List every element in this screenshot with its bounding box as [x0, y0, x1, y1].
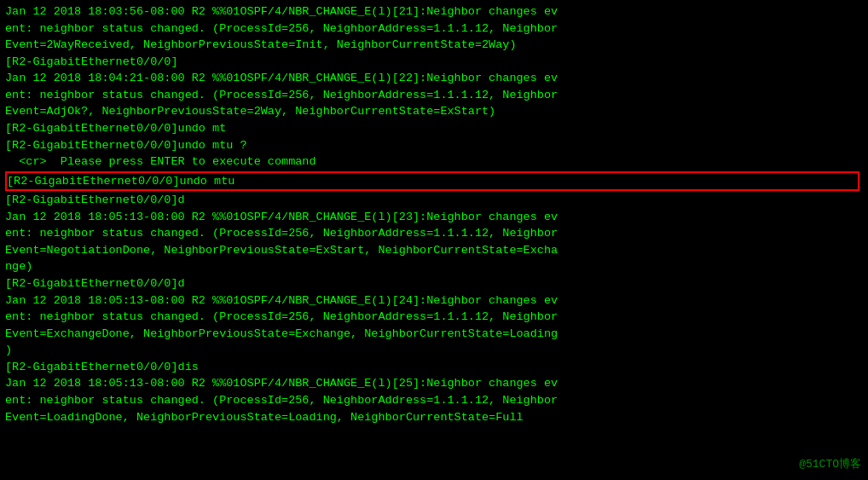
terminal-line: ent: neighbor status changed. (ProcessId… — [5, 20, 863, 38]
terminal-line: ent: neighbor status changed. (ProcessId… — [5, 309, 863, 326]
terminal-line: ) — [5, 342, 863, 359]
terminal-line: Jan 12 2018 18:05:13-08:00 R2 %%01OSPF/4… — [5, 209, 863, 226]
terminal-line: ent: neighbor status changed. (ProcessId… — [5, 225, 863, 242]
terminal-line: [R2-GigabitEthernet0/0/0]d — [5, 192, 863, 209]
terminal-line: Jan 12 2018 18:04:21-08:00 R2 %%01OSPF/4… — [5, 70, 863, 87]
terminal-content: Jan 12 2018 18:03:56-08:00 R2 %%01OSPF/4… — [5, 3, 863, 425]
highlighted-line: [R2-GigabitEthernet0/0/0]undo mtu — [5, 171, 859, 192]
terminal-line: ent: neighbor status changed. (ProcessId… — [5, 392, 863, 409]
terminal-line: Jan 12 2018 18:05:13-08:00 R2 %%01OSPF/4… — [5, 292, 863, 309]
terminal-line: <cr> Please press ENTER to execute comma… — [5, 153, 863, 171]
terminal-line: [R2-GigabitEthernet0/0/0]undo mt — [5, 120, 863, 137]
terminal-line: [R2-GigabitEthernet0/0/0] — [5, 54, 863, 71]
terminal-line: Event=ExchangeDone, NeighborPreviousStat… — [5, 326, 863, 343]
terminal-line: ent: neighbor status changed. (ProcessId… — [5, 87, 863, 104]
terminal-line: nge) — [5, 258, 863, 275]
terminal-line: Event=NegotiationDone, NeighborPreviousS… — [5, 242, 863, 259]
terminal-line: [R2-GigabitEthernet0/0/0]undo mtu ? — [5, 137, 863, 154]
terminal-line: Event=AdjOk?, NeighborPreviousState=2Way… — [5, 103, 863, 120]
terminal-line: Event=LoadingDone, NeighborPreviousState… — [5, 409, 863, 426]
terminal-line: Jan 12 2018 18:05:13-08:00 R2 %%01OSPF/4… — [5, 375, 863, 392]
watermark: @51CTO博客 — [799, 457, 861, 473]
terminal-line: [R2-GigabitEthernet0/0/0]dis — [5, 359, 863, 376]
terminal-line: Jan 12 2018 18:03:56-08:00 R2 %%01OSPF/4… — [5, 3, 863, 20]
terminal-line: [R2-GigabitEthernet0/0/0]d — [5, 275, 863, 292]
terminal-line: Event=2WayReceived, NeighborPreviousStat… — [5, 37, 863, 54]
terminal: Jan 12 2018 18:03:56-08:00 R2 %%01OSPF/4… — [0, 0, 868, 480]
